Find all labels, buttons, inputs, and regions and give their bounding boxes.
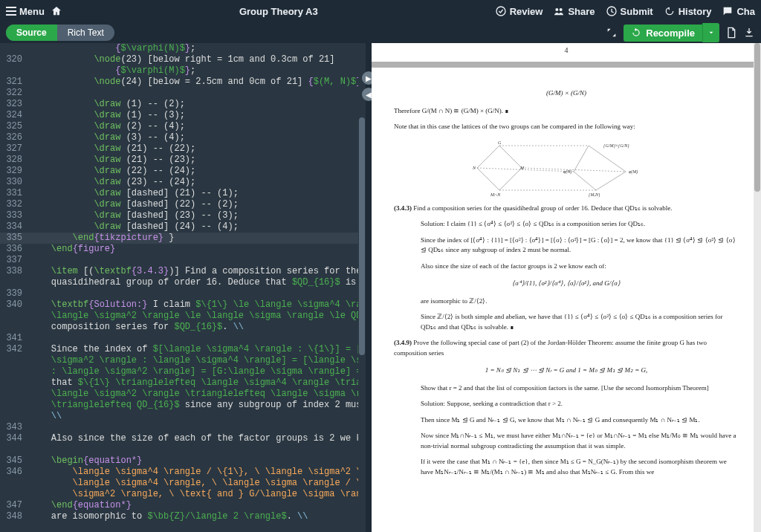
code-editor[interactable]: 3203213223233243253263273283293303313323…	[0, 43, 366, 532]
source-tab[interactable]: Source	[6, 25, 57, 41]
preview-scroll-thumb[interactable]	[754, 43, 760, 192]
richtext-tab[interactable]: Rich Text	[57, 25, 114, 41]
home-button[interactable]	[51, 5, 62, 17]
submit-icon	[606, 5, 618, 17]
recompile-group: Recompile	[624, 23, 719, 42]
preview-scrollbar[interactable]	[754, 43, 761, 532]
main-area: 3203213223233243253263273283293303313323…	[0, 43, 761, 532]
editor-scrollbar[interactable]	[358, 43, 366, 532]
download-icon[interactable]	[743, 27, 755, 39]
refresh-icon	[631, 27, 641, 38]
svg-text:G: G	[498, 140, 502, 145]
review-icon	[495, 5, 507, 17]
svg-text:{M,N}: {M,N}	[589, 192, 600, 198]
chevron-down-icon	[707, 29, 715, 36]
top-bar: Menu Group Theory A3 Review Share Submit…	[0, 0, 761, 22]
history-button[interactable]: History	[664, 5, 712, 17]
editor-toolbar: Source Rich Text Recompile	[0, 22, 761, 43]
pane-divider[interactable]: ▶ ◀	[366, 43, 372, 532]
svg-point-1	[556, 8, 559, 11]
svg-text:{G/M}×{G/N}: {G/M}×{G/N}	[603, 143, 629, 149]
editor-scroll-thumb[interactable]	[359, 117, 365, 355]
chat-button[interactable]: Cha	[722, 5, 755, 17]
share-icon	[553, 5, 565, 17]
expand-icon[interactable]	[606, 27, 618, 39]
equation-display: (G/M) × (G/N)	[394, 88, 739, 99]
menu-button[interactable]: Menu	[6, 6, 45, 17]
history-icon	[664, 5, 676, 17]
problem-item: (3.4.9) Prove the following special case…	[394, 338, 739, 358]
svg-text:M: M	[519, 166, 525, 170]
line-gutter: 3203213223233243253263273283293303313323…	[0, 43, 27, 522]
submit-button[interactable]: Submit	[606, 5, 653, 17]
code-content[interactable]: {$\varphi(N)$}; \node(23) [below right =…	[27, 43, 366, 522]
logs-icon[interactable]	[725, 27, 737, 39]
svg-text:N: N	[472, 166, 476, 170]
page-number: 4	[372, 43, 761, 68]
editor-mode-toggle: Source Rich Text	[6, 25, 114, 41]
lattice-diagram: GNMM∩N {G/M}×{G/N}φ(N)φ(M){M,N}	[470, 138, 663, 198]
pdf-preview[interactable]: 4 (G/M) × (G/N) Therefore G/(M ∩ N) ≅ (G…	[372, 43, 761, 532]
chat-icon	[722, 5, 734, 17]
hamburger-icon	[6, 7, 16, 16]
svg-text:M∩N: M∩N	[490, 192, 501, 197]
home-icon	[51, 5, 62, 17]
menu-label: Menu	[19, 6, 45, 17]
share-button[interactable]: Share	[553, 5, 595, 17]
svg-point-0	[496, 7, 505, 16]
preview-body: (G/M) × (G/N) Therefore G/(M ∩ N) ≅ (G/M…	[372, 68, 761, 496]
recompile-dropdown[interactable]	[702, 23, 719, 42]
recompile-button[interactable]: Recompile	[624, 25, 702, 42]
svg-text:φ(M): φ(M)	[629, 169, 638, 175]
preview-text: Therefore G/(M ∩ N) ≅ (G/M) × (G/N). ∎	[394, 106, 739, 117]
review-button[interactable]: Review	[495, 5, 543, 17]
svg-point-2	[560, 8, 563, 11]
problem-item: (3.4.3) Find a composition series for th…	[394, 204, 739, 214]
project-title: Group Theory A3	[62, 6, 495, 17]
preview-text: Note that in this case the lattices of t…	[394, 122, 739, 132]
svg-text:φ(N): φ(N)	[563, 169, 571, 175]
